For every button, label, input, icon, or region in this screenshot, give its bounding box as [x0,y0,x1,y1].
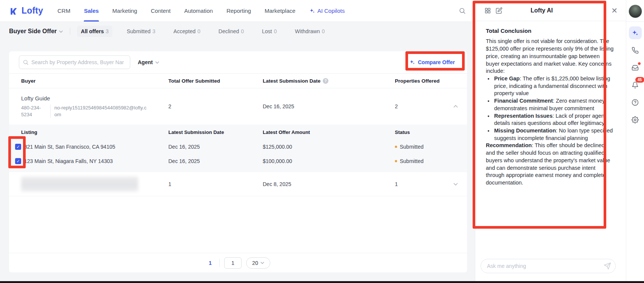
page-size-select[interactable]: 20 [246,257,270,269]
main-nav: CRM Sales Marketing Content Automation R… [57,0,345,22]
table-header-row: Buyer Total Offer Submitted Latest Submi… [9,73,467,88]
tab-lost[interactable]: Lost0 [258,26,280,37]
col-properties: Properties Offered [395,78,458,84]
compare-offer-button[interactable]: Compare Offer [405,56,459,68]
buyer-name[interactable]: Lofty Guide [21,95,168,102]
total-offer-value: 2 [168,103,263,109]
ai-panel-title: Lofty AI [475,7,608,14]
status-badge: Submitted [400,144,424,150]
new-chat-icon[interactable] [496,7,502,14]
col-listing: Listing [21,129,168,135]
page-jump-input[interactable] [224,257,242,269]
search-icon [23,59,29,65]
chevron-down-icon [155,61,159,64]
listing-address: 321 Main St, San Francisco, CA 94105 [24,144,115,150]
notification-dot [638,62,641,65]
pagination-page-1[interactable]: 1 [206,260,215,266]
property-search-input[interactable] [19,55,130,69]
avatar[interactable] [629,5,642,18]
status-dot [395,160,397,162]
help-circle-icon[interactable] [629,96,642,109]
properties-value: 1 [395,181,398,187]
divider [626,22,644,22]
divider [70,28,70,35]
buyer-email: no-reply151192546984544085982@lofty.com [51,105,147,118]
ai-recommendation: Recommendation: This offer should be dec… [486,142,614,186]
buyer-phone: 480-234-5234 [21,105,51,118]
col-buyer: Buyer [21,78,168,84]
send-icon[interactable] [604,262,611,270]
tab-accepted[interactable]: Accepted0 [170,26,204,37]
ai-message: Total Conclusion This single offer is no… [475,21,626,187]
tab-withdrawn[interactable]: Withdrawn0 [291,26,328,37]
ai-concerns-list: Price Gap: The offer is $1,225,000 below… [486,75,614,142]
bottom-edge-bar [0,281,644,283]
nav-marketplace[interactable]: Marketplace [265,0,296,22]
phone-icon[interactable] [629,44,642,57]
status-badge: Submitted [400,158,424,164]
nav-content[interactable]: Content [151,0,171,22]
listing-row: ✓ 123 Main St, Niagara Falls, NY 14303 D… [9,154,467,168]
page-title-dropdown[interactable]: Buyer Side Offer [9,28,63,35]
close-icon[interactable]: ✕ [611,7,618,14]
inbox-icon[interactable] [629,61,642,74]
search-icon[interactable] [459,0,466,22]
right-icon-rail: 45 [626,0,644,283]
total-offer-value: 1 [168,181,263,187]
properties-value: 2 [395,103,398,109]
listing-row: ✓ 321 Main St, San Francisco, CA 94105 D… [9,140,467,154]
help-icon[interactable]: ? [323,78,328,84]
tab-declined[interactable]: Declined0 [215,26,248,37]
nav-ai-copilots[interactable]: AI Copilots [309,0,345,22]
list-item: Representation Issues: Lack of proper ag… [493,112,614,127]
listing-address: 123 Main St, Niagara Falls, NY 14303 [24,158,113,164]
listing-checkbox[interactable]: ✓ [15,158,21,164]
ai-input-wrapper [481,259,616,273]
app-root: Lofty CRM Sales Marketing Content Automa… [0,0,644,283]
nav-sales[interactable]: Sales [84,0,99,22]
ai-copilots-label: AI Copilots [317,8,345,14]
search-input-wrapper [19,55,130,69]
ai-sparkle-icon[interactable] [629,26,642,39]
status-dot [395,146,397,148]
offer-status-tabs: All offers3 Submitted3 Accepted0 Decline… [77,26,328,37]
lofty-logo[interactable]: Lofty [9,0,43,22]
listing-checkbox[interactable]: ✓ [15,144,21,150]
table-row-redacted: 1 Dec 8, 2025 1 [9,172,467,196]
page-title: Buyer Side Offer [9,28,57,35]
offers-toolbar: Agent Compare Offer [9,51,467,73]
lofty-ai-panel: Lofty AI ✕ Total Conclusion This single … [475,0,626,283]
col-latest-amount: Latest Offer Amount [263,129,395,135]
ask-ai-input[interactable] [481,259,616,273]
tab-all-offers[interactable]: All offers3 [77,26,112,37]
latest-date-value: Dec 8, 2025 [263,181,395,187]
nav-reporting[interactable]: Reporting [226,0,251,22]
grid-apps-icon[interactable] [484,7,491,14]
ai-message-intro: This single offer is not viable for cons… [486,38,614,75]
nav-crm[interactable]: CRM [57,0,70,22]
list-item: Price Gap: The offer is $1,225,000 below… [493,75,614,97]
sub-nav: Buyer Side Offer All offers3 Submitted3 … [0,22,475,41]
chevron-down-icon[interactable] [453,183,458,186]
col-total-offer: Total Offer Submitted [168,78,263,84]
ai-panel-header: Lofty AI ✕ [475,0,626,21]
chevron-up-icon[interactable] [453,105,458,108]
ai-message-heading: Total Conclusion [486,27,614,35]
top-nav: Lofty CRM Sales Marketing Content Automa… [0,0,475,22]
chevron-down-icon [260,261,264,264]
listing-amount: $100,000.00 [263,158,395,164]
nav-automation[interactable]: Automation [184,0,213,22]
list-item: Missing Documentation: No loan type spec… [493,127,614,142]
sparkle-icon [409,59,415,65]
bell-icon[interactable]: 45 [629,78,642,91]
listings-subtable: Listing Latest Submission Date Latest Of… [9,125,467,172]
settings-gear-icon[interactable] [629,113,642,126]
pagination: 1 20 [9,253,467,272]
col-latest-date: Latest Submission Date [263,78,320,84]
tab-submitted[interactable]: Submitted3 [123,26,159,37]
divider [219,259,220,267]
table-row-buyer: Lofty Guide 480-234-5234 no-reply1511925… [9,88,467,125]
nav-marketing[interactable]: Marketing [112,0,137,22]
listing-date: Dec 16, 2025 [168,158,263,164]
agent-filter-dropdown[interactable]: Agent [138,59,159,65]
